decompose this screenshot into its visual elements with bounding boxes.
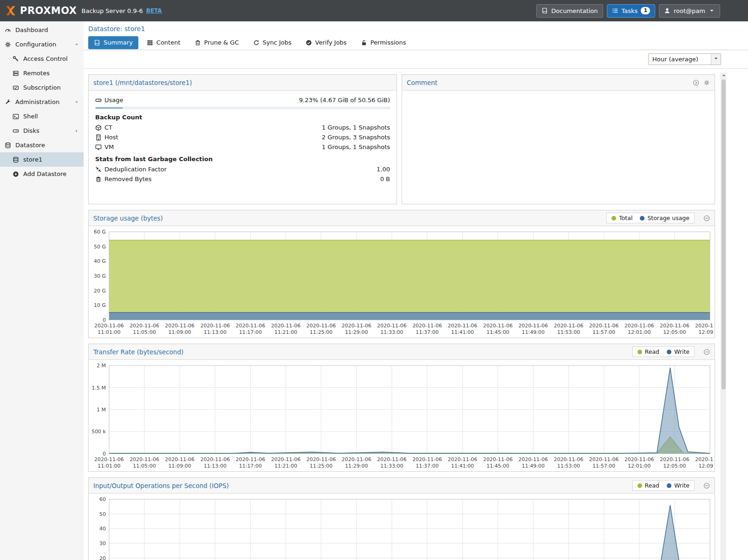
scrollbar-thumb[interactable] bbox=[722, 79, 726, 390]
chart-canvas: 0500 k1 M1.5 M2 M2020-11-0611:01:002020-… bbox=[89, 360, 714, 471]
vertical-scrollbar[interactable] bbox=[721, 72, 726, 560]
tab-label: Verify Jobs bbox=[315, 39, 347, 46]
legend-item: Read bbox=[637, 482, 659, 489]
svg-text:2020-11-06: 2020-11-06 bbox=[94, 323, 124, 329]
summary-row-label: Deduplication Factor bbox=[104, 166, 167, 173]
svg-text:2020-11-06: 2020-11-06 bbox=[554, 323, 584, 329]
summary-row-vm: VM 1 Groups, 1 Snapshots bbox=[95, 142, 390, 152]
sidebar-item-label: Dashboard bbox=[15, 26, 48, 33]
legend-label: Write bbox=[674, 348, 689, 355]
lock-icon bbox=[361, 39, 367, 46]
trash-icon bbox=[95, 176, 104, 182]
documentation-button[interactable]: Documentation bbox=[536, 4, 603, 18]
comment-panel-header: Comment bbox=[402, 75, 715, 91]
tab-label: Sync Jobs bbox=[263, 39, 292, 46]
tab-prune-gc[interactable]: Prune & GC bbox=[189, 36, 245, 49]
compress-icon bbox=[95, 166, 104, 173]
svg-text:2020-11-06: 2020-11-06 bbox=[412, 323, 442, 329]
usage-label: Usage bbox=[104, 97, 124, 104]
legend-item: Read bbox=[637, 348, 659, 355]
proxmox-logo: PROXMOX bbox=[5, 5, 77, 17]
chart-canvas: 010 G20 G30 G40 G50 G60 G2020-11-0611:01… bbox=[89, 226, 714, 338]
summary-row-label: VM bbox=[104, 143, 114, 150]
svg-text:2020-11-06: 2020-11-06 bbox=[94, 456, 124, 462]
combo-trigger[interactable] bbox=[711, 54, 721, 65]
database-icon bbox=[12, 156, 20, 163]
svg-text:11:25:00: 11:25:00 bbox=[310, 463, 332, 469]
summary-row-label: Host bbox=[104, 134, 118, 141]
legend-dot bbox=[667, 483, 671, 488]
legend-label: Read bbox=[645, 482, 659, 489]
usage-progress-bar bbox=[95, 107, 390, 109]
expand-circle-icon[interactable] bbox=[693, 79, 699, 86]
tab-sync-jobs[interactable]: Sync Jobs bbox=[247, 36, 297, 49]
chart-panel-header: Storage usage (bytes) Total Storage usag… bbox=[89, 210, 715, 226]
svg-text:40: 40 bbox=[99, 526, 106, 532]
sidebar-item-configuration[interactable]: Configuration bbox=[0, 37, 84, 52]
database-icon bbox=[4, 142, 12, 149]
hdd-icon bbox=[12, 128, 20, 134]
book-icon bbox=[94, 39, 100, 46]
chart-legend: Read Write bbox=[632, 346, 695, 357]
svg-text:11:33:00: 11:33:00 bbox=[380, 329, 403, 335]
summary-row-ct: CT 1 Groups, 1 Snapshots bbox=[95, 123, 390, 132]
sidebar-item-dashboard[interactable]: Dashboard bbox=[0, 23, 84, 37]
svg-text:11:37:00: 11:37:00 bbox=[416, 463, 438, 469]
minus-circle-icon[interactable] bbox=[703, 349, 710, 355]
caret-down-icon bbox=[74, 42, 79, 47]
svg-text:2020-11-06: 2020-11-06 bbox=[271, 323, 301, 329]
sidebar-item-label: Datastore bbox=[15, 142, 45, 149]
svg-text:2020-11-06: 2020-11-06 bbox=[695, 456, 714, 462]
minus-circle-icon[interactable] bbox=[703, 215, 710, 221]
svg-text:2020-11-06: 2020-11-06 bbox=[695, 323, 714, 329]
svg-text:12:01:00: 12:01:00 bbox=[628, 329, 650, 335]
minus-circle-icon[interactable] bbox=[703, 482, 710, 489]
svg-text:2020-11-06: 2020-11-06 bbox=[660, 456, 689, 462]
svg-text:2020-11-06: 2020-11-06 bbox=[448, 323, 477, 329]
svg-text:11:13:00: 11:13:00 bbox=[204, 463, 227, 469]
sidebar-item-datastore[interactable]: Datastore bbox=[0, 138, 84, 152]
sidebar-item-subscription[interactable]: Subscription bbox=[0, 80, 84, 95]
usage-progress-fill bbox=[96, 107, 123, 109]
sidebar-item-disks[interactable]: Disks bbox=[0, 124, 84, 138]
tab-label: Summary bbox=[104, 39, 133, 46]
svg-text:2020-11-06: 2020-11-06 bbox=[342, 323, 371, 329]
gauge-icon bbox=[4, 27, 12, 33]
tab-content[interactable]: Content bbox=[141, 36, 186, 49]
beta-link[interactable]: BETA bbox=[146, 7, 162, 14]
sidebar-item-label: Access Control bbox=[23, 55, 68, 62]
user-menu-button[interactable]: root@pam bbox=[659, 4, 720, 18]
timeframe-select[interactable]: Hour (average) bbox=[648, 53, 721, 65]
user-label: root@pam bbox=[674, 7, 705, 14]
documentation-label: Documentation bbox=[551, 7, 598, 14]
sidebar-item-access-control[interactable]: Access Control bbox=[0, 52, 84, 66]
svg-text:11:05:00: 11:05:00 bbox=[133, 463, 156, 469]
sidebar-item-add-datastore[interactable]: Add Datastore bbox=[0, 167, 84, 181]
tasks-button[interactable]: Tasks 1 bbox=[607, 4, 656, 18]
sidebar-item-administration[interactable]: Administration bbox=[0, 95, 84, 109]
check-circle-icon bbox=[306, 39, 312, 46]
legend-label: Write bbox=[674, 482, 689, 489]
datastore-summary-panel: store1 (/mnt/datastores/store1) Usage 9.… bbox=[88, 74, 397, 204]
sidebar-item-label: Configuration bbox=[15, 41, 56, 48]
svg-text:11:17:00: 11:17:00 bbox=[239, 463, 262, 469]
sidebar-item-store1[interactable]: store1 bbox=[0, 152, 84, 167]
tab-summary[interactable]: Summary bbox=[88, 36, 138, 49]
main-content: Datastore: store1 Summary Content Prune … bbox=[84, 21, 748, 560]
brand-text: PROXMOX bbox=[20, 5, 77, 16]
sidebar-item-label: Add Datastore bbox=[23, 170, 66, 177]
tab-label: Permissions bbox=[371, 39, 406, 46]
scroll-up-arrow[interactable] bbox=[721, 72, 726, 79]
tab-verify-jobs[interactable]: Verify Jobs bbox=[300, 36, 352, 49]
sidebar-item-shell[interactable]: Shell bbox=[0, 109, 84, 124]
svg-text:1 M: 1 M bbox=[97, 407, 106, 413]
svg-text:50: 50 bbox=[99, 511, 106, 517]
tab-permissions[interactable]: Permissions bbox=[355, 36, 412, 49]
chart-legend: Read Write bbox=[632, 480, 695, 491]
cube-icon bbox=[95, 124, 104, 131]
sidebar-item-remotes[interactable]: Remotes bbox=[0, 66, 84, 80]
caret-up-icon bbox=[721, 72, 727, 80]
legend-dot bbox=[637, 350, 642, 354]
summary-row-deduplication-factor: Deduplication Factor 1.00 bbox=[95, 164, 390, 174]
gear-icon[interactable] bbox=[703, 79, 710, 86]
